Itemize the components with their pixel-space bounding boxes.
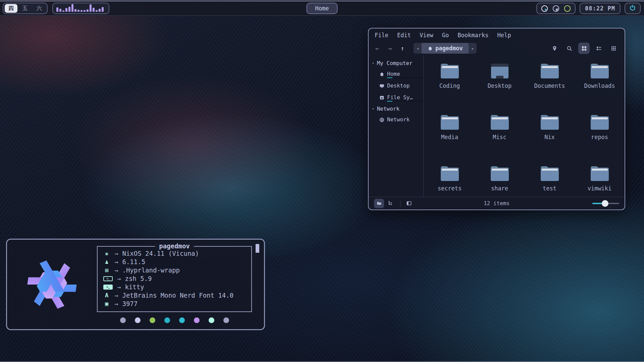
zoom-slider[interactable] <box>592 200 619 207</box>
menu-item-help[interactable]: Help <box>497 32 511 39</box>
folder-icon <box>491 166 509 181</box>
visualizer-bar <box>87 9 89 12</box>
arrow-icon: → <box>114 300 118 307</box>
bar-center: Home <box>307 3 338 14</box>
menu-item-go[interactable]: Go <box>442 32 449 39</box>
terminal-fetch-window: pagedmov ❋→NixOS 24.11 (Vicuna)♟→6.11.5⊞… <box>6 239 265 330</box>
folder-item-documents[interactable]: Documents <box>525 64 575 115</box>
chevron-down-icon[interactable]: ▾ <box>372 107 374 111</box>
path-scroll-left-icon[interactable]: ◂ <box>414 46 422 51</box>
menu-item-file[interactable]: File <box>375 32 388 39</box>
folder-item-downloads[interactable]: Downloads <box>575 64 625 115</box>
fetch-value: kitty <box>125 283 144 291</box>
folder-item-media[interactable]: Media <box>425 115 475 166</box>
package-icon: ▣ <box>102 300 111 307</box>
list-view-button[interactable] <box>593 43 604 54</box>
window-body: ▾My ComputerHomeDesktopFile Sy…▾NetworkN… <box>369 55 625 197</box>
folder-item-secrets[interactable]: secrets <box>425 166 475 218</box>
terminal-filled-icon: >_ <box>103 285 113 290</box>
folder-icon <box>541 166 559 181</box>
folder-item-test[interactable]: test <box>525 166 575 218</box>
system-gauges[interactable] <box>536 3 576 14</box>
sidebar-group-header[interactable]: ▾My Computer <box>369 58 423 68</box>
sidebar-group-label: Network <box>377 106 399 112</box>
workspace-button[interactable]: 六 <box>33 4 46 13</box>
visualizer-bar <box>62 10 64 12</box>
home-icon <box>379 72 384 77</box>
places-pane-button[interactable] <box>374 199 384 208</box>
forward-button[interactable]: → <box>388 45 391 52</box>
folder-item-coding[interactable]: Coding <box>425 64 475 115</box>
path-segment-home[interactable]: pagedmov <box>422 43 469 54</box>
fetch-row: ⊞→.Hyprland-wrapp <box>102 266 247 275</box>
fetch-value: 3977 <box>122 300 138 307</box>
folder-icon <box>541 64 559 78</box>
folder-item-misc[interactable]: Misc <box>475 115 525 166</box>
workspace-button[interactable]: 四 <box>5 4 17 13</box>
toggle-sidebar-button[interactable] <box>404 199 414 208</box>
sidebar-item-home[interactable]: Home <box>369 68 423 80</box>
palette-dot <box>164 317 170 323</box>
arrow-icon: → <box>117 275 121 282</box>
places-sidebar: ▾My ComputerHomeDesktopFile Sy…▾NetworkN… <box>369 55 424 197</box>
fetch-value: zsh 5.9 <box>125 275 152 282</box>
folder-item-repos[interactable]: repos <box>575 115 625 166</box>
fetch-row: ❋→NixOS 24.11 (Vicuna) <box>102 249 247 258</box>
sidebar-item-filesy[interactable]: File Sy… <box>369 92 423 104</box>
icon-view-button[interactable] <box>578 43 590 54</box>
visualizer-bar <box>56 7 58 12</box>
tray-gauge-icon[interactable] <box>541 5 548 12</box>
fetch-row: A→JetBrains Mono Nerd Font 14.0 <box>102 291 247 300</box>
menu-item-bookmarks[interactable]: Bookmarks <box>458 32 488 39</box>
focused-window-title[interactable]: Home <box>307 3 338 14</box>
arrow-icon: → <box>114 266 118 274</box>
folder-item-label: Coding <box>439 82 460 89</box>
palette-dot <box>135 317 141 323</box>
power-icon <box>630 5 636 12</box>
desktop-icon <box>491 64 508 78</box>
search-icon[interactable] <box>564 43 575 54</box>
visualizer-bar <box>71 4 73 12</box>
menu-item-edit[interactable]: Edit <box>397 32 411 39</box>
sidebar-item-label: Network <box>387 116 410 123</box>
sidebar-item-network[interactable]: Network <box>369 114 423 126</box>
fetch-value: NixOS 24.11 (Vicuna) <box>122 250 199 257</box>
sidebar-group-label: My Computer <box>377 60 413 66</box>
folder-item-desktop[interactable]: Desktop <box>475 64 525 115</box>
back-button[interactable]: ← <box>375 45 379 52</box>
visualizer-bar <box>96 10 98 12</box>
folder-item-vimwiki[interactable]: vimwiki <box>575 166 625 218</box>
folder-icon <box>441 64 459 78</box>
sidebar-item-desktop[interactable]: Desktop <box>369 80 423 92</box>
folder-item-label: vimwiki <box>588 185 612 192</box>
fetch-row: ▣→3977 <box>102 300 247 308</box>
folder-icon <box>591 115 609 130</box>
path-scroll-right-icon[interactable]: ▸ <box>469 46 477 51</box>
tray-gauge-icon[interactable] <box>564 5 571 12</box>
bar-right-modules: 08:22 PM <box>536 3 641 14</box>
nixos-icon: ❋ <box>102 250 111 257</box>
folder-item-label: test <box>543 185 556 192</box>
sidebar-group-header[interactable]: ▾Network <box>369 104 423 114</box>
folder-item-nix[interactable]: Nix <box>525 115 575 166</box>
toolbar: ← → ↑ ◂ pagedmov ▸ <box>369 41 625 55</box>
font-icon: A <box>102 292 111 299</box>
tray-gauge-icon[interactable] <box>552 5 559 12</box>
location-pin-icon[interactable] <box>549 43 560 54</box>
clock[interactable]: 08:22 PM <box>580 3 621 14</box>
tree-pane-button[interactable] <box>385 199 395 208</box>
up-button[interactable]: ↑ <box>400 45 404 52</box>
visualizer-bar <box>99 9 101 12</box>
slider-thumb[interactable] <box>602 200 608 207</box>
slider-track[interactable] <box>592 203 619 204</box>
workspace-button[interactable]: 五 <box>19 4 32 13</box>
folder-icon <box>441 166 459 181</box>
home-icon <box>428 46 433 51</box>
nixos-logo <box>7 248 97 321</box>
menu-item-view[interactable]: View <box>420 32 433 39</box>
power-button[interactable] <box>625 3 641 14</box>
compact-view-button[interactable] <box>608 43 619 54</box>
folder-item-share[interactable]: share <box>475 166 525 218</box>
chevron-down-icon[interactable]: ▾ <box>372 61 374 65</box>
arrow-icon: → <box>114 258 118 265</box>
